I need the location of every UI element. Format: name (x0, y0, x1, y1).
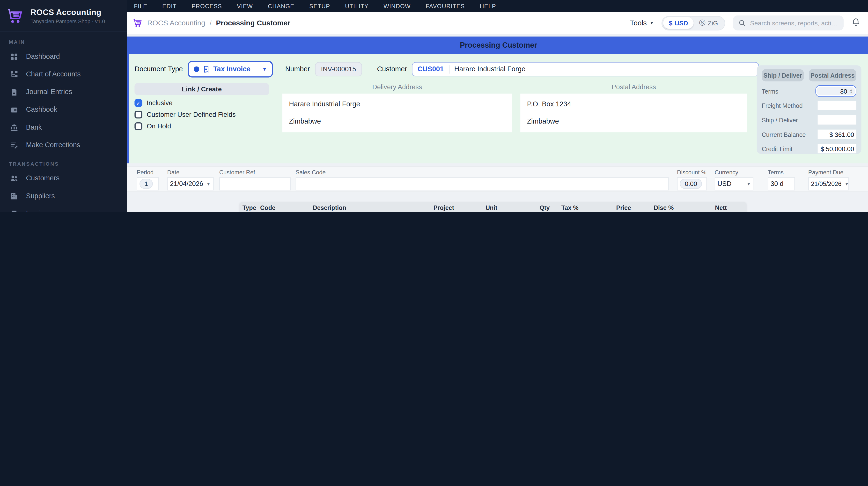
postal-address-button[interactable]: Postal Address (809, 69, 857, 81)
sidebar-item-bank[interactable]: Bank (0, 119, 127, 136)
credit-limit-value: $ 50,000.00 (818, 144, 857, 153)
menu-utility[interactable]: UTILITY (345, 3, 369, 9)
terms-label: Terms (762, 88, 778, 94)
period-input[interactable]: 1 (137, 177, 159, 190)
dropdown-arrow-icon: ▼ (262, 66, 267, 72)
menu-view[interactable]: VIEW (237, 3, 253, 9)
delivery-address-box[interactable]: Harare Industrial Forge Zimbabwe (282, 94, 512, 132)
sidebar-item-invoices[interactable]: Invoices (0, 205, 127, 212)
ship-deliver-input[interactable] (818, 115, 857, 124)
app-title: ROCS Accounting (30, 8, 105, 17)
users-icon (9, 174, 19, 183)
sidebar-item-journal-entries[interactable]: Journal Entries (0, 83, 127, 100)
currency-zig-option[interactable]: Ⓢ ZiG (694, 17, 724, 29)
postal-address-line: Zimbabwe (527, 117, 741, 125)
menu-window[interactable]: WINDOW (383, 3, 410, 9)
customer-terms-card: Ship / Deliver Postal Address Terms 30 d… (757, 65, 862, 154)
sidebar-item-chart-of-accounts[interactable]: Chart of Accounts (0, 65, 127, 83)
current-balance-value: $ 361.00 (818, 130, 857, 139)
bell-icon[interactable] (851, 18, 860, 29)
app-subtitle: Tanyacien Pampers Shop · v1.0 (30, 19, 105, 24)
menu-help[interactable]: HELP (480, 3, 496, 9)
line-items-grid: TypeCodeDescriptionProjectUnitQtyTax %Pr… (240, 202, 746, 212)
ship-deliver-button[interactable]: Ship / Deliver (762, 69, 804, 81)
customer-name: Harare Industrial Forge (454, 65, 525, 73)
sidebar-item-customers[interactable]: Customers (0, 170, 127, 187)
menu-setup[interactable]: SETUP (309, 3, 330, 9)
currency-select[interactable]: USD▼ (715, 177, 753, 190)
dropdown-arrow-icon: ▼ (845, 182, 849, 186)
breadcrumb-page: Processing Customer (216, 19, 290, 27)
ship-deliver-label: Ship / Deliver (762, 117, 798, 123)
freight-method-input[interactable] (818, 101, 857, 110)
grid-header: TypeCodeDescriptionProjectUnitQtyTax %Pr… (240, 202, 746, 212)
dollar-icon: $ (669, 20, 673, 26)
menu-edit[interactable]: EDIT (162, 3, 177, 9)
link-create-button[interactable]: Link / Create (134, 83, 269, 95)
edit-icon (9, 141, 19, 150)
menu-change[interactable]: CHANGE (268, 3, 294, 9)
customer-ref-input[interactable] (219, 177, 290, 190)
payment-due-input[interactable]: 21/05/2026▼ (808, 177, 849, 190)
tools-label: Tools (630, 19, 647, 27)
date-input[interactable]: 21/04/2026▼ (167, 177, 214, 190)
zig-coin-icon: Ⓢ (699, 19, 706, 27)
status-dot-icon (194, 66, 199, 72)
checkbox-inclusive[interactable]: ✓Inclusive (134, 99, 269, 107)
tools-menu[interactable]: Tools ▼ (630, 19, 654, 27)
document-filter-strip: Period 1 Date 21/04/2026▼ Customer Ref S… (127, 166, 868, 191)
column-header-description: Description (310, 204, 431, 211)
currency-label: Currency (715, 169, 753, 175)
grid-icon (9, 52, 19, 61)
delivery-address-line: Harare Industrial Forge (289, 100, 505, 108)
document-type-value: Tax Invoice (213, 65, 259, 73)
tree-icon (9, 70, 19, 79)
sidebar-item-suppliers[interactable]: Suppliers (0, 187, 127, 205)
menu-file[interactable]: FILE (134, 3, 147, 9)
dropdown-arrow-icon: ▼ (207, 182, 210, 186)
checked-checkbox-icon[interactable]: ✓ (134, 99, 142, 107)
delivery-address-line: Zimbabwe (289, 117, 505, 125)
currency-toggle: $ USD Ⓢ ZiG (662, 16, 725, 30)
terms-suffix: d (849, 88, 852, 94)
column-header-unit: Unit (483, 204, 516, 211)
sidebar-item-cashbook[interactable]: Cashbook (0, 101, 127, 119)
menu-process[interactable]: PROCESS (191, 3, 222, 9)
wallet-icon (9, 105, 19, 114)
sales-code-input[interactable] (296, 177, 669, 190)
breadcrumb-app[interactable]: ROCS Accounting (147, 19, 205, 27)
unchecked-checkbox-icon[interactable] (134, 122, 142, 130)
checkbox-customer-user-defined-fields[interactable]: Customer User Defined Fields (134, 111, 269, 119)
document-type-select[interactable]: Tax Invoice ▼ (188, 61, 273, 78)
sidebar-item-make-corrections[interactable]: Make Corrections (0, 136, 127, 154)
checkbox-on-hold[interactable]: On Hold (134, 122, 269, 130)
app-logo-block: ROCS Accounting Tanyacien Pampers Shop ·… (0, 0, 127, 32)
main-content: Processing Customer Document Type Tax In… (127, 34, 868, 212)
terms-input[interactable]: 30 d (815, 85, 856, 97)
sidebar-section-main: MAIN (9, 39, 118, 45)
terms-filter-value: 30 d (768, 177, 795, 190)
breadcrumb-separator: / (210, 19, 212, 27)
postal-address-box[interactable]: P.O. Box 1234 Zimbabwe (520, 94, 747, 132)
customer-input[interactable]: CUS001 Harare Industrial Forge (412, 62, 759, 77)
sidebar: ROCS Accounting Tanyacien Pampers Shop ·… (0, 0, 127, 212)
payment-due-label: Payment Due (808, 169, 849, 175)
sidebar-item-dashboard[interactable]: Dashboard (0, 48, 127, 65)
period-label: Period (137, 169, 159, 175)
breadcrumb: ROCS Accounting / Processing Customer (132, 18, 290, 28)
dropdown-arrow-icon: ▼ (747, 182, 751, 186)
menu-favourites[interactable]: FAVOURITES (426, 3, 465, 9)
currency-usd-option[interactable]: $ USD (663, 17, 694, 29)
postal-address-block: Postal Address P.O. Box 1234 Zimbabwe (520, 83, 747, 132)
column-header-qty: Qty (516, 204, 553, 211)
column-header-price: Price (581, 204, 634, 211)
terms-filter-label: Terms (768, 169, 795, 175)
unchecked-checkbox-icon[interactable] (134, 111, 142, 119)
discount-pct-input[interactable]: 0.00 (677, 177, 707, 190)
column-header-type: Type (240, 204, 257, 211)
global-search-input[interactable]: Search screens, reports, acti… (733, 16, 844, 30)
breadcrumb-cart-icon (132, 18, 143, 28)
customer-code: CUS001 (417, 65, 444, 73)
document-type-label: Document Type (134, 65, 183, 73)
discount-pct-label: Discount % (677, 169, 707, 175)
